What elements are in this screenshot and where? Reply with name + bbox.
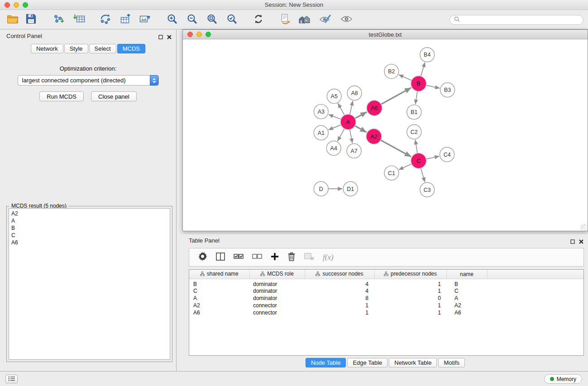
graph-node-A7[interactable]: A7 bbox=[347, 143, 361, 158]
graph-edge-C-C4[interactable] bbox=[426, 156, 439, 159]
table-tab-edge-table[interactable]: Edge Table bbox=[347, 358, 387, 367]
annotation-mode-button[interactable] bbox=[317, 12, 333, 28]
graph-node-A1[interactable]: A1 bbox=[314, 126, 328, 140]
table-tab-node-table[interactable]: Node Table bbox=[306, 358, 346, 367]
open-session-button[interactable] bbox=[5, 12, 20, 28]
search-box[interactable] bbox=[449, 15, 583, 25]
column-header-name[interactable]: name bbox=[446, 270, 487, 279]
table-tab-network-table[interactable]: Network Table bbox=[389, 358, 437, 367]
graph-edge-C-C1[interactable] bbox=[399, 164, 411, 170]
graph-edge-B-B3[interactable] bbox=[426, 85, 440, 88]
graph-node-C4[interactable]: C4 bbox=[440, 147, 454, 162]
show-graphics-button[interactable] bbox=[339, 12, 354, 28]
export-image-button[interactable] bbox=[137, 12, 152, 28]
graph-node-D[interactable]: D bbox=[314, 181, 328, 196]
graph-edge-A-A4[interactable] bbox=[338, 129, 344, 141]
graph-node-C[interactable]: C bbox=[411, 153, 426, 168]
graph-node-C3[interactable]: C3 bbox=[420, 182, 435, 197]
result-item[interactable]: C bbox=[9, 232, 170, 239]
zoom-out-button[interactable] bbox=[184, 12, 200, 28]
save-session-button[interactable] bbox=[23, 12, 38, 28]
search-input[interactable] bbox=[462, 17, 579, 23]
create-column-button[interactable] bbox=[271, 253, 279, 262]
select-all-button[interactable] bbox=[234, 253, 244, 262]
export-document-button[interactable] bbox=[277, 12, 293, 28]
graph-edge-A-A7[interactable] bbox=[350, 129, 353, 143]
network-view[interactable]: B4B2BB3A5A8A6B1A3AC2A1A2A4A7CC4C1C3DD1 bbox=[183, 40, 588, 231]
network-minimize-button[interactable] bbox=[196, 32, 202, 37]
show-columns-button[interactable] bbox=[216, 253, 225, 262]
memory-button[interactable]: Memory bbox=[544, 374, 582, 384]
apply-layout-button[interactable] bbox=[251, 12, 266, 28]
graph-node-C1[interactable]: C1 bbox=[384, 166, 399, 180]
table-row[interactable]: A6connector11A6 bbox=[189, 309, 583, 316]
close-panel-icon[interactable] bbox=[167, 33, 172, 41]
network-window-titlebar[interactable]: testGlobe.txt bbox=[183, 30, 588, 39]
column-header-predecessor-nodes[interactable]: predecessor nodes bbox=[374, 270, 446, 279]
table-row[interactable]: Bdominator41B bbox=[189, 279, 583, 287]
tab-select[interactable]: Select bbox=[89, 44, 116, 53]
column-header-successor-nodes[interactable]: successor nodes bbox=[305, 270, 374, 279]
network-close-button[interactable] bbox=[187, 32, 193, 37]
minimize-window-button[interactable] bbox=[14, 2, 19, 8]
graph-edge-A-A5[interactable] bbox=[338, 103, 344, 115]
import-table-button[interactable] bbox=[72, 12, 87, 28]
result-item[interactable]: A bbox=[9, 217, 170, 224]
graph-edge-C-C3[interactable] bbox=[421, 168, 425, 182]
graph-node-D1[interactable]: D1 bbox=[343, 181, 358, 196]
zoom-selected-button[interactable] bbox=[224, 12, 239, 28]
zoom-window-button[interactable] bbox=[23, 2, 28, 8]
close-panel-button[interactable]: Close panel bbox=[91, 91, 137, 101]
graph-edge-B-B1[interactable] bbox=[416, 91, 418, 104]
zoom-fit-button[interactable] bbox=[204, 12, 220, 28]
browser-home-button[interactable] bbox=[296, 12, 312, 28]
table-settings-button[interactable] bbox=[198, 252, 207, 263]
graph-edge-A6-B[interactable] bbox=[381, 88, 411, 105]
graph-edge-A-A8[interactable] bbox=[350, 101, 353, 114]
table-close-panel-icon[interactable] bbox=[579, 238, 583, 246]
show-panels-button[interactable] bbox=[5, 375, 18, 383]
graph-edge-A-A3[interactable] bbox=[329, 114, 341, 119]
resize-grip[interactable] bbox=[581, 224, 587, 230]
graph-node-B2[interactable]: B2 bbox=[384, 64, 399, 79]
graph-node-A6[interactable]: A6 bbox=[367, 100, 382, 116]
graph-node-B1[interactable]: B1 bbox=[407, 105, 421, 119]
graph-edge-A-A1[interactable] bbox=[329, 125, 341, 130]
table-tab-motifs[interactable]: Motifs bbox=[438, 358, 465, 367]
graph-edge-A-A6[interactable] bbox=[355, 112, 367, 119]
result-item[interactable]: A6 bbox=[9, 239, 170, 246]
table-row[interactable]: Cdominator41C bbox=[189, 287, 583, 295]
graph-node-A8[interactable]: A8 bbox=[347, 86, 362, 100]
network-zoom-button[interactable] bbox=[206, 32, 211, 37]
run-mcds-button[interactable]: Run MCDS bbox=[39, 91, 84, 101]
table-row[interactable]: A2connector11A2 bbox=[189, 302, 583, 309]
graph-node-B3[interactable]: B3 bbox=[440, 83, 455, 97]
graph-node-B[interactable]: B bbox=[411, 76, 426, 91]
export-network-button[interactable] bbox=[98, 12, 113, 28]
graph-edge-B-B4[interactable] bbox=[421, 62, 425, 76]
network-canvas[interactable]: B4B2BB3A5A8A6B1A3AC2A1A2A4A7CC4C1C3DD1 bbox=[183, 40, 588, 231]
tab-style[interactable]: Style bbox=[64, 44, 88, 53]
import-network-button[interactable] bbox=[51, 12, 66, 28]
column-header-MCDS-role[interactable]: MCDS role bbox=[249, 270, 305, 279]
delete-column-button[interactable] bbox=[287, 252, 296, 263]
column-header-shared-name[interactable]: shared name bbox=[189, 270, 249, 279]
graph-edge-C-C2[interactable] bbox=[416, 140, 418, 153]
graph-node-A3[interactable]: A3 bbox=[314, 105, 328, 119]
zoom-in-button[interactable] bbox=[164, 12, 180, 28]
close-window-button[interactable] bbox=[5, 2, 10, 8]
function-builder-button[interactable]: f(x) bbox=[323, 253, 334, 262]
result-item[interactable]: A2 bbox=[9, 210, 170, 217]
graph-node-A5[interactable]: A5 bbox=[327, 89, 341, 104]
graph-edge-A-A2[interactable] bbox=[355, 126, 367, 132]
table-float-panel-icon[interactable] bbox=[570, 238, 575, 246]
float-panel-icon[interactable] bbox=[158, 33, 163, 41]
graph-edge-B-B2[interactable] bbox=[399, 75, 411, 81]
graph-node-C2[interactable]: C2 bbox=[407, 125, 421, 139]
table-row[interactable]: Adominator80A bbox=[189, 295, 583, 302]
graph-node-A4[interactable]: A4 bbox=[326, 141, 341, 155]
graph-node-A[interactable]: A bbox=[340, 114, 356, 130]
graph-node-B4[interactable]: B4 bbox=[420, 48, 435, 62]
graph-edge-A2-C[interactable] bbox=[381, 140, 411, 157]
deselect-all-button[interactable] bbox=[252, 253, 262, 262]
